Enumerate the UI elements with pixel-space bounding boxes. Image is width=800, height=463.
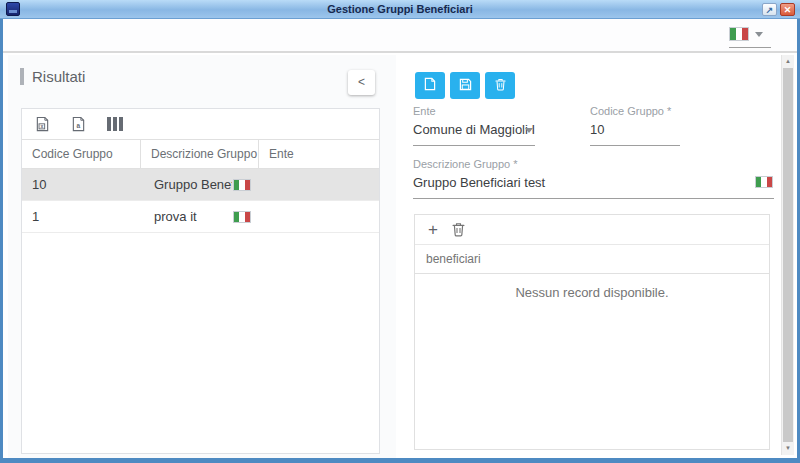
italian-flag-icon (233, 179, 251, 191)
chevron-down-icon (525, 128, 533, 133)
codice-gruppo-value: 10 (590, 122, 680, 138)
beneficiari-grid: + beneficiari Nessun record disponibile. (414, 214, 770, 450)
results-header: Risultati (20, 68, 85, 85)
titlebar: Gestione Gruppi Beneficiari ↗ ✕ (0, 0, 800, 19)
descrizione-gruppo-field[interactable]: Descrizione Gruppo * Gruppo Beneficiari … (413, 158, 774, 199)
window-title: Gestione Gruppi Beneficiari (0, 0, 800, 19)
descrizione-text: Gruppo Benefi… (154, 177, 232, 192)
beneficiari-toolbar: + (415, 215, 769, 245)
collapse-panel-button[interactable]: < (348, 70, 375, 95)
add-beneficiario-button[interactable]: + (428, 221, 438, 238)
italian-flag-icon (233, 211, 251, 223)
descrizione-text: prova it (154, 209, 197, 224)
codice-gruppo-label: Codice Gruppo * (590, 105, 680, 117)
cell-codice: 1 (22, 209, 141, 224)
main-area: Risultati < x (3, 55, 797, 458)
codice-gruppo-field[interactable]: Codice Gruppo * 10 (590, 105, 680, 146)
detail-toolbar (415, 72, 515, 99)
window-buttons: ↗ ✕ (762, 3, 795, 16)
results-title: Risultati (32, 68, 85, 85)
remove-beneficiario-button[interactable] (452, 222, 465, 237)
dialog-window: Gestione Gruppi Beneficiari ↗ ✕ Risultat… (0, 0, 800, 463)
export-pdf-icon[interactable]: a (71, 116, 86, 132)
cell-descrizione: Gruppo Benefi… (141, 177, 259, 192)
descrizione-gruppo-value: Gruppo Beneficiari test (413, 175, 774, 191)
export-excel-icon[interactable]: x (35, 116, 50, 132)
scroll-down-icon[interactable]: ▼ (782, 442, 794, 455)
language-select[interactable] (729, 24, 771, 48)
cell-codice: 10 (22, 177, 141, 192)
header-accent-bar (20, 68, 24, 85)
chevron-down-icon (755, 32, 763, 37)
table-row[interactable]: 1 prova it (22, 201, 379, 233)
table-row[interactable]: 10 Gruppo Benefi… (22, 169, 379, 201)
italian-flag-icon (729, 27, 749, 41)
column-header-codice[interactable]: Codice Gruppo (22, 140, 141, 168)
results-panel: Risultati < x (8, 55, 396, 458)
beneficiari-column-header[interactable]: beneficiari (415, 245, 769, 274)
svg-text:a: a (76, 122, 80, 129)
dialog-content: Risultati < x (3, 19, 797, 458)
close-button[interactable]: ✕ (780, 3, 795, 16)
scroll-up-icon[interactable]: ▲ (782, 55, 794, 68)
ente-value: Comune di Maggioli I (413, 122, 535, 138)
column-settings-icon[interactable] (107, 117, 123, 131)
column-header-ente[interactable]: Ente (259, 140, 379, 168)
scrollbar-thumb[interactable] (783, 68, 793, 442)
vertical-scrollbar[interactable]: ▲ ▼ (781, 55, 794, 455)
new-document-icon (424, 77, 436, 94)
results-grid: x a Codice Gruppo (21, 108, 380, 454)
topbar (3, 19, 797, 53)
svg-text:x: x (40, 123, 43, 129)
cell-descrizione: prova it (141, 209, 259, 224)
grid-toolbar: x a (22, 109, 379, 139)
empty-records-message: Nessun record disponibile. (415, 274, 769, 300)
save-button[interactable] (450, 72, 480, 99)
italian-flag-icon[interactable] (755, 176, 773, 188)
new-record-button[interactable] (415, 72, 445, 99)
grid-header-row: Codice Gruppo Descrizione Gruppo Ente (22, 139, 379, 169)
save-icon (459, 78, 472, 94)
ente-select[interactable]: Ente Comune di Maggioli I (413, 105, 535, 146)
restore-button[interactable]: ↗ (762, 3, 777, 16)
trash-icon (495, 78, 506, 94)
delete-button[interactable] (485, 72, 515, 99)
ente-label: Ente (413, 105, 535, 117)
column-header-descrizione[interactable]: Descrizione Gruppo (141, 140, 259, 168)
descrizione-gruppo-label: Descrizione Gruppo * (413, 158, 774, 170)
